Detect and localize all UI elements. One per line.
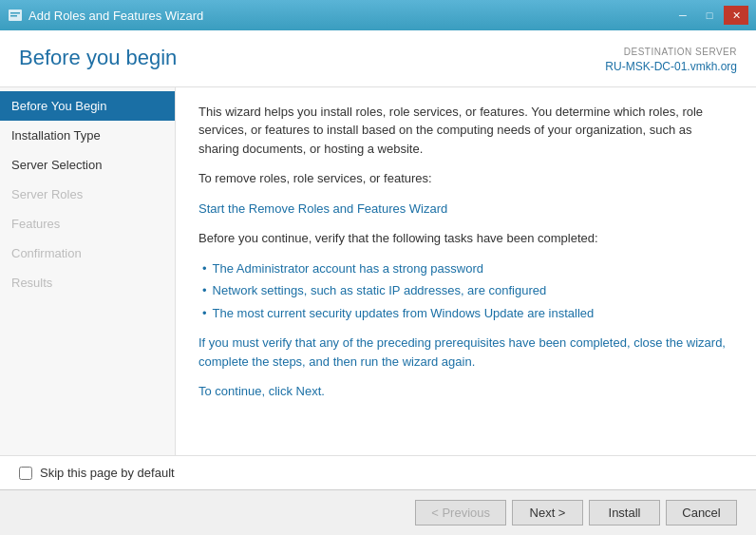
sidebar-item-server-selection[interactable]: Server Selection — [0, 150, 175, 180]
sidebar-item-installation-type[interactable]: Installation Type — [0, 121, 175, 150]
cancel-button[interactable]: Cancel — [666, 500, 737, 525]
remove-heading: To remove roles, role services, or featu… — [198, 169, 733, 188]
wizard-icon — [8, 8, 23, 23]
remove-link[interactable]: Start the Remove Roles and Features Wiza… — [198, 201, 447, 216]
sidebar-item-confirmation: Confirmation — [0, 239, 175, 268]
sidebar-item-results: Results — [0, 268, 175, 297]
skip-label[interactable]: Skip this page by default — [40, 466, 175, 480]
restore-button[interactable]: □ — [697, 6, 722, 25]
intro-text: This wizard helps you install roles, rol… — [198, 103, 733, 159]
svg-rect-1 — [10, 12, 20, 14]
footer: < Previous Next > Install Cancel — [0, 489, 756, 535]
bullet-item-3: The most current security updates from W… — [202, 304, 733, 323]
content-area: This wizard helps you install roles, rol… — [176, 87, 756, 455]
bullet-item-2: Network settings, such as static IP addr… — [202, 281, 733, 300]
window-title: Add Roles and Features Wizard — [28, 9, 203, 23]
skip-checkbox[interactable] — [19, 467, 32, 480]
destination-label: DESTINATION SERVER — [605, 46, 737, 59]
sidebar-item-server-roles: Server Roles — [0, 180, 175, 209]
minimize-button[interactable]: ─ — [671, 6, 695, 25]
destination-name: RU-MSK-DC-01.vmkh.org — [605, 59, 737, 75]
page-title: Before you begin — [19, 46, 177, 70]
next-button[interactable]: Next > — [512, 500, 583, 525]
window-controls: ─ □ ✕ — [671, 6, 748, 25]
body-container: Before You Begin Installation Type Serve… — [0, 87, 756, 455]
bullet-list: The Administrator account has a strong p… — [198, 259, 733, 323]
prereq-note: If you must verify that any of the prece… — [198, 334, 733, 371]
title-bar: Add Roles and Features Wizard ─ □ ✕ — [0, 0, 756, 30]
skip-area: Skip this page by default — [0, 455, 756, 489]
verify-heading: Before you continue, verify that the fol… — [198, 229, 733, 248]
title-bar-left: Add Roles and Features Wizard — [8, 8, 203, 23]
sidebar-item-features: Features — [0, 209, 175, 239]
previous-button[interactable]: < Previous — [415, 500, 506, 525]
sidebar: Before You Begin Installation Type Serve… — [0, 87, 176, 455]
sidebar-item-before-you-begin[interactable]: Before You Begin — [0, 91, 175, 121]
page-header: Before you begin DESTINATION SERVER RU-M… — [0, 30, 756, 87]
bullet-item-1: The Administrator account has a strong p… — [202, 259, 733, 278]
close-button[interactable]: ✕ — [724, 6, 748, 25]
svg-rect-2 — [10, 15, 17, 17]
destination-server-info: DESTINATION SERVER RU-MSK-DC-01.vmkh.org — [605, 46, 737, 75]
continue-text: To continue, click Next. — [198, 382, 733, 401]
main-container: Before you begin DESTINATION SERVER RU-M… — [0, 30, 756, 535]
install-button[interactable]: Install — [589, 500, 660, 525]
